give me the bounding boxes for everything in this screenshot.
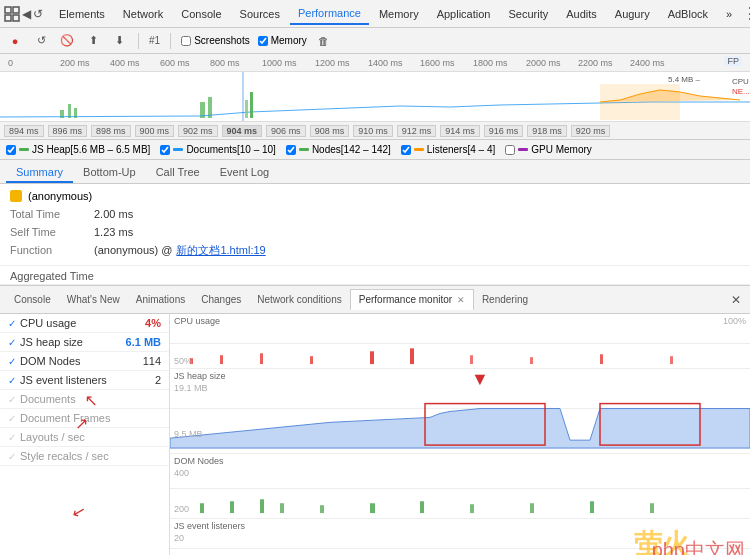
console-tab-rendering[interactable]: Rendering [474, 290, 536, 309]
metric-jsheap[interactable]: ✓ JS heap size 6.1 MB [0, 333, 169, 352]
tab-performance[interactable]: Performance [290, 3, 369, 25]
metric-cpu-check: ✓ [8, 318, 16, 329]
svg-rect-0 [5, 7, 11, 13]
console-tab-whatsnew[interactable]: What's New [59, 290, 128, 309]
legend-gpumemory-check[interactable] [505, 145, 515, 155]
svg-rect-41 [590, 501, 594, 513]
tab-bottomup[interactable]: Bottom-Up [73, 163, 146, 183]
svg-rect-37 [370, 503, 375, 513]
refresh-icon[interactable]: ↺ [33, 4, 43, 24]
console-tabs-bar: Console What's New Animations Changes Ne… [0, 286, 750, 314]
detail-time-906[interactable]: 906 ms [266, 125, 306, 137]
screenshots-checkbox[interactable]: Screenshots [181, 35, 250, 46]
metric-docframes-check: ✓ [8, 413, 16, 424]
metric-jsevt[interactable]: ✓ JS event listeners 2 [0, 371, 169, 390]
timeline-detail-bar: 894 ms 896 ms 898 ms 900 ms 902 ms 904 m… [0, 122, 750, 140]
perf-metrics-sidebar: ✓ CPU usage 4% ✓ JS heap size 6.1 MB ✓ D… [0, 314, 170, 555]
more-options-icon[interactable]: ⋮ ⚙ [742, 4, 750, 23]
tab-memory[interactable]: Memory [371, 4, 427, 24]
summary-tabs: Summary Bottom-Up Call Tree Event Log [0, 160, 750, 184]
detail-time-914[interactable]: 914 ms [440, 125, 480, 137]
svg-rect-10 [245, 100, 248, 118]
summary-function-link[interactable]: 新的文档1.html:19 [176, 241, 265, 259]
console-tab-perfmon[interactable]: Performance monitor ✕ [350, 289, 474, 310]
tab-audits[interactable]: Audits [558, 4, 605, 24]
legend-nodes[interactable]: Nodes[142 – 142] [286, 144, 391, 155]
record-button[interactable]: ● [6, 32, 24, 50]
metric-docs-check: ✓ [8, 394, 16, 405]
jsheap-chart-svg [170, 369, 750, 453]
detail-time-902[interactable]: 902 ms [178, 125, 218, 137]
summary-totaltime-row: Total Time 2.00 ms [10, 205, 740, 223]
console-tab-animations[interactable]: Animations [128, 290, 193, 309]
detail-time-908[interactable]: 908 ms [310, 125, 350, 137]
legend-nodes-check[interactable] [286, 145, 296, 155]
detail-time-912[interactable]: 912 ms [397, 125, 437, 137]
svg-rect-1 [13, 7, 19, 13]
perfmon-close-icon[interactable]: ✕ [457, 295, 465, 305]
tab-more[interactable]: » [718, 4, 740, 24]
metric-dom[interactable]: ✓ DOM Nodes 114 [0, 352, 169, 371]
timeline-chart: CPU NE... 5.4 MB – [0, 72, 750, 122]
svg-rect-22 [410, 348, 414, 364]
tab-network[interactable]: Network [115, 4, 171, 24]
close-panel-icon[interactable]: ✕ [728, 292, 744, 308]
tab-eventlog[interactable]: Event Log [210, 163, 280, 183]
legend-documents-check[interactable] [160, 145, 170, 155]
svg-text:NE...: NE... [732, 87, 750, 96]
toolbar-separator2 [170, 33, 171, 49]
legend-documents[interactable]: Documents[10 – 10] [160, 144, 276, 155]
clear-button[interactable]: 🚫 [58, 32, 76, 50]
detail-time-918[interactable]: 918 ms [527, 125, 567, 137]
console-tab-changes[interactable]: Changes [193, 290, 249, 309]
svg-rect-32 [200, 503, 204, 513]
memory-checkbox[interactable]: Memory [258, 35, 307, 46]
reload-record-button[interactable]: ↺ [32, 32, 50, 50]
tab-application[interactable]: Application [429, 4, 499, 24]
legend-listeners[interactable]: Listeners[4 – 4] [401, 144, 495, 155]
arrow-cpu: ↘ [85, 392, 98, 411]
tab-elements[interactable]: Elements [51, 4, 113, 24]
legend-jsheap-check[interactable] [6, 145, 16, 155]
legend-listeners-dot [414, 148, 424, 151]
jsevt-chart-svg [170, 519, 750, 555]
metric-stylerecalcs[interactable]: ✓ Style recalcs / sec [0, 447, 169, 466]
screenshots-checkbox-input[interactable] [181, 36, 191, 46]
legend-bar: JS Heap[5.6 MB – 6.5 MB] Documents[10 – … [0, 140, 750, 160]
detail-time-898[interactable]: 898 ms [91, 125, 131, 137]
legend-jsheap[interactable]: JS Heap[5.6 MB – 6.5 MB] [6, 144, 150, 155]
tab-sources[interactable]: Sources [232, 4, 288, 24]
detail-time-920[interactable]: 920 ms [571, 125, 611, 137]
tab-calltree[interactable]: Call Tree [146, 163, 210, 183]
tab-augury[interactable]: Augury [607, 4, 658, 24]
back-icon[interactable]: ◀ [22, 4, 31, 24]
upload-button[interactable]: ⬆ [84, 32, 102, 50]
tab-adblock[interactable]: AdBlock [660, 4, 716, 24]
tab-console[interactable]: Console [173, 4, 229, 24]
timeline-overview[interactable]: CPU NE... 5.4 MB – [0, 72, 750, 122]
console-tab-networkcond[interactable]: Network conditions [249, 290, 349, 309]
metric-cpu[interactable]: ✓ CPU usage 4% [0, 314, 169, 333]
detail-time-900[interactable]: 900 ms [135, 125, 175, 137]
detail-time-894[interactable]: 894 ms [4, 125, 44, 137]
download-button[interactable]: ⬇ [110, 32, 128, 50]
detail-time-904[interactable]: 904 ms [222, 125, 263, 137]
svg-rect-19 [260, 353, 263, 364]
svg-rect-11 [250, 92, 253, 118]
legend-listeners-check[interactable] [401, 145, 411, 155]
tab-summary[interactable]: Summary [6, 163, 73, 183]
legend-gpumemory[interactable]: GPU Memory [505, 144, 592, 155]
jsevt-chart-section: JS event listeners 20 [170, 519, 750, 555]
tab-security[interactable]: Security [500, 4, 556, 24]
detail-time-896[interactable]: 896 ms [48, 125, 88, 137]
trash-button[interactable]: 🗑 [315, 32, 333, 50]
metric-dom-value: 114 [143, 355, 161, 367]
console-tab-console[interactable]: Console [6, 290, 59, 309]
memory-checkbox-input[interactable] [258, 36, 268, 46]
svg-text:CPU: CPU [732, 77, 749, 86]
svg-rect-5 [68, 104, 71, 118]
detail-time-916[interactable]: 916 ms [484, 125, 524, 137]
svg-rect-38 [420, 501, 424, 513]
detail-time-910[interactable]: 910 ms [353, 125, 393, 137]
jsheap-high-label: 19.1 MB [174, 383, 208, 393]
